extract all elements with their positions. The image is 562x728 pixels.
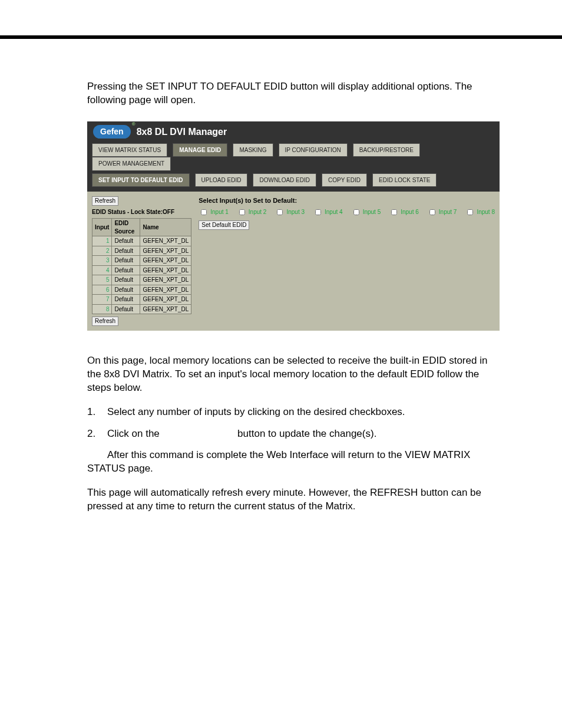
input-2-checkbox[interactable]: Input 2 (237, 207, 267, 217)
col-name: Name (140, 219, 191, 236)
step-2-number: 2. (87, 427, 107, 441)
step-1: 1. Select any number of inputs by clicki… (87, 406, 492, 419)
input-4-checkbox[interactable]: Input 4 (313, 207, 343, 217)
app-screenshot: Gefen 8x8 DL DVI Manager VIEW MATRIX STA… (87, 121, 500, 331)
right-column: Select Input(s) to Set to Default: Input… (199, 196, 495, 326)
table-row: 3DefaultGEFEN_XPT_DL (92, 256, 191, 266)
input-8-checkbox[interactable]: Input 8 (465, 207, 495, 217)
app-title: 8x8 DL DVI Manager (137, 126, 227, 139)
step-2: 2. Click on the button to update the cha… (87, 427, 492, 441)
step-2-text: Click on the button to update the change… (107, 427, 492, 441)
brand-logo: Gefen (93, 125, 131, 139)
input-checkbox-row: Input 1 Input 2 Input 3 Input 4 Input 5 … (199, 207, 495, 217)
tab-ip-configuration[interactable]: IP CONFIGURATION (279, 143, 348, 157)
edid-status-table: Input EDID Source Name 1DefaultGEFEN_XPT… (92, 218, 191, 314)
app-header: Gefen 8x8 DL DVI Manager (87, 121, 500, 141)
table-row: 2DefaultGEFEN_XPT_DL (92, 246, 191, 256)
table-row: 7DefaultGEFEN_XPT_DL (92, 295, 191, 305)
col-edid-source: EDID Source (112, 219, 140, 236)
table-row: 6DefaultGEFEN_XPT_DL (92, 285, 191, 295)
input-1-checkbox[interactable]: Input 1 (199, 207, 229, 217)
tab-power-management[interactable]: POWER MANAGEMENT (92, 157, 171, 171)
input-7-checkbox[interactable]: Input 7 (427, 207, 457, 217)
select-inputs-heading: Select Input(s) to Set to Default: (199, 196, 495, 205)
input-3-checkbox[interactable]: Input 3 (275, 207, 305, 217)
refresh-note-paragraph: This page will automatically refresh eve… (87, 486, 492, 513)
subtab-copy-edid[interactable]: COPY EDID (322, 173, 367, 187)
secondary-tabs: SET INPUT TO DEFAULT EDID UPLOAD EDID DO… (87, 172, 500, 192)
tab-manage-edid[interactable]: MANAGE EDID (173, 143, 227, 157)
left-column: Refresh EDID Status - Lock State:OFF Inp… (92, 196, 191, 326)
tab-view-matrix-status[interactable]: VIEW MATRIX STATUS (92, 143, 167, 157)
subtab-set-input-default[interactable]: SET INPUT TO DEFAULT EDID (92, 173, 190, 187)
table-row: 4DefaultGEFEN_XPT_DL (92, 265, 191, 275)
table-row: 8DefaultGEFEN_XPT_DL (92, 304, 191, 314)
table-row: 1DefaultGEFEN_XPT_DL (92, 236, 191, 246)
explain-paragraph: On this page, local memory locations can… (87, 354, 492, 395)
table-row: 5DefaultGEFEN_XPT_DL (92, 275, 191, 285)
intro-paragraph: Pressing the SET INPUT TO DEFAULT EDID b… (87, 80, 492, 107)
set-default-edid-button[interactable]: Set Default EDID (199, 220, 249, 230)
col-input: Input (92, 219, 112, 236)
primary-tabs: VIEW MATRIX STATUS MANAGE EDID MASKING I… (87, 141, 500, 172)
tab-backup-restore[interactable]: BACKUP/RESTORE (353, 143, 420, 157)
refresh-button-top[interactable]: Refresh (92, 196, 118, 206)
subtab-download-edid[interactable]: DOWNLOAD EDID (253, 173, 316, 187)
edid-status-line: EDID Status - Lock State:OFF (92, 208, 191, 216)
after-command-paragraph: After this command is complete the Web I… (87, 449, 492, 476)
tab-masking[interactable]: MASKING (233, 143, 273, 157)
step-1-text: Select any number of inputs by clicking … (107, 406, 492, 419)
subtab-upload-edid[interactable]: UPLOAD EDID (195, 173, 248, 187)
input-6-checkbox[interactable]: Input 6 (389, 207, 419, 217)
subtab-edid-lock-state[interactable]: EDID LOCK STATE (372, 173, 437, 187)
input-5-checkbox[interactable]: Input 5 (351, 207, 381, 217)
refresh-button-bottom[interactable]: Refresh (92, 317, 118, 326)
step-1-number: 1. (87, 406, 107, 419)
app-body: Refresh EDID Status - Lock State:OFF Inp… (87, 192, 500, 331)
